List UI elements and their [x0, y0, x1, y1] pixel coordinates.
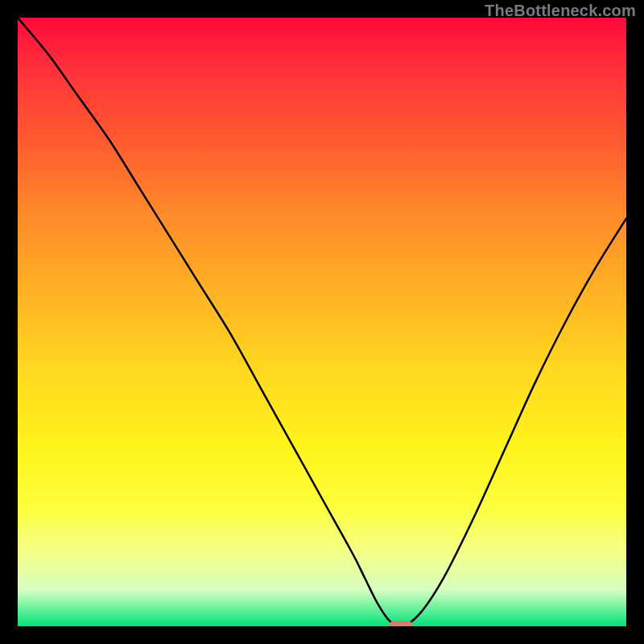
curve-svg [18, 18, 626, 626]
attribution-text: TheBottleneck.com [485, 2, 636, 20]
chart-frame: TheBottleneck.com [0, 0, 644, 644]
bottleneck-curve [18, 18, 626, 626]
plot-area [18, 18, 626, 626]
optimum-marker [389, 621, 413, 626]
